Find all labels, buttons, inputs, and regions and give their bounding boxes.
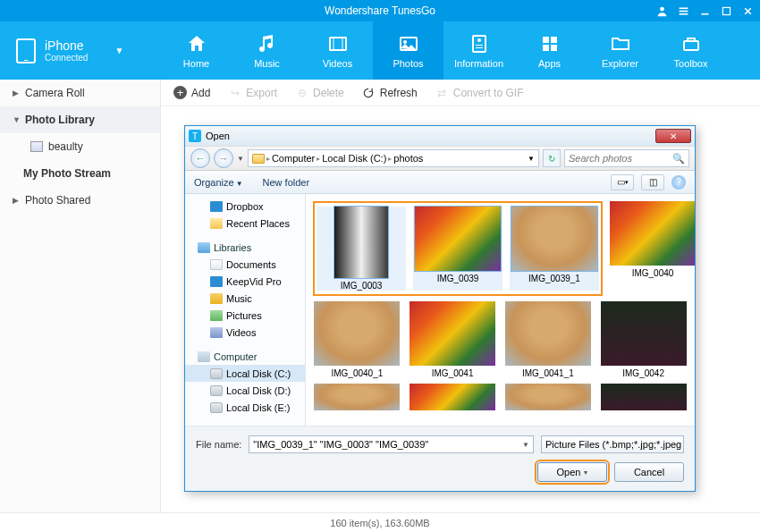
videos-icon: [210, 327, 223, 338]
svg-rect-3: [679, 13, 688, 14]
search-icon: 🔍: [672, 153, 685, 165]
maximize-icon[interactable]: [719, 4, 733, 18]
file-thumb[interactable]: IMG_0041_1: [504, 301, 593, 378]
tree-videos[interactable]: Videos: [185, 324, 305, 341]
nav-explorer[interactable]: Explorer: [585, 21, 655, 80]
file-thumb[interactable]: IMG_0042: [599, 301, 688, 378]
search-box[interactable]: 🔍: [564, 149, 689, 167]
tree-recent[interactable]: Recent Places: [185, 215, 305, 232]
thumb-image: [410, 301, 495, 366]
refresh-button[interactable]: Refresh: [362, 86, 418, 99]
file-thumb[interactable]: IMG_0039: [413, 207, 502, 291]
keepvid-icon: [210, 276, 223, 287]
tree-libraries[interactable]: Libraries: [185, 239, 305, 256]
svg-rect-13: [476, 45, 483, 46]
file-thumb[interactable]: IMG_0041: [409, 301, 497, 378]
svg-rect-16: [551, 37, 557, 43]
tree-drive-c[interactable]: Local Disk (C:): [185, 365, 305, 382]
picture-icon: [30, 141, 43, 152]
user-icon[interactable]: [654, 4, 669, 18]
sidebar-item-camera-roll[interactable]: ▶Camera Roll: [0, 80, 160, 106]
nav-photos[interactable]: Photos: [373, 21, 443, 80]
nav-toolbox[interactable]: Toolbox: [655, 21, 726, 80]
forward-button[interactable]: →: [214, 148, 233, 168]
dialog-close-button[interactable]: ✕: [655, 129, 691, 143]
chevron-down-icon[interactable]: ▼: [237, 155, 244, 163]
breadcrumb[interactable]: ▸ Computer▸ Local Disk (C:)▸ photos ▼: [248, 149, 539, 167]
svg-rect-5: [722, 7, 730, 14]
photo-icon: [397, 32, 420, 55]
organize-button[interactable]: Organize▼: [194, 177, 243, 188]
folder-icon: [252, 154, 265, 164]
thumb-image: [415, 207, 501, 271]
file-thumb[interactable]: IMG_0040_1: [313, 301, 401, 378]
svg-rect-17: [543, 45, 549, 51]
file-type-filter[interactable]: Picture Files (*.bmp;*.jpg;*.jpeg▼: [541, 435, 684, 453]
tree-pictures[interactable]: Pictures: [185, 307, 305, 324]
tree-documents[interactable]: Documents: [185, 256, 305, 273]
chevron-down-icon: ▼: [114, 46, 123, 55]
device-selector[interactable]: iPhone Connected ▼: [0, 21, 161, 80]
dialog-titlebar[interactable]: T Open ✕: [185, 126, 695, 146]
folder-icon: [609, 32, 632, 55]
music-icon: [210, 293, 223, 304]
gif-icon: ⇄: [435, 86, 449, 99]
filename-input[interactable]: "IMG_0039_1" "IMG_0003" "IMG_0039"▼: [249, 435, 534, 453]
nav-music[interactable]: Music: [232, 21, 302, 80]
preview-pane-button[interactable]: ◫: [641, 174, 664, 190]
add-button[interactable]: +Add: [173, 86, 210, 99]
tree-dropbox[interactable]: Dropbox: [185, 198, 305, 215]
thumb-image: [601, 384, 687, 410]
convert-gif-button[interactable]: ⇄Convert to GIF: [435, 86, 524, 99]
dialog-bottom: File name: "IMG_0039_1" "IMG_0003" "IMG_…: [185, 426, 695, 491]
nav-home[interactable]: Home: [161, 21, 232, 80]
main-toolbar: iPhone Connected ▼ Home Music Videos Pho…: [0, 21, 760, 80]
info-icon: [468, 32, 491, 55]
nav-information[interactable]: Information: [443, 21, 514, 80]
file-thumb[interactable]: IMG_0039_1: [510, 207, 599, 291]
delete-button[interactable]: ⊖Delete: [295, 86, 344, 99]
tree-computer[interactable]: Computer: [185, 348, 305, 365]
sidebar-item-photo-shared[interactable]: ▶Photo Shared: [0, 187, 160, 214]
chevron-down-icon[interactable]: ▼: [522, 441, 529, 449]
chevron-down-icon[interactable]: ▼: [528, 155, 535, 163]
tree-drive-d[interactable]: Local Disk (D:): [185, 382, 305, 399]
tree-music[interactable]: Music: [185, 290, 305, 307]
view-mode-button[interactable]: ▭▾: [611, 174, 634, 190]
file-thumb[interactable]: [313, 384, 401, 413]
refresh-button[interactable]: ↻: [543, 149, 561, 167]
cancel-button[interactable]: Cancel: [614, 462, 684, 482]
minimize-icon[interactable]: [697, 4, 712, 18]
nav-videos[interactable]: Videos: [302, 21, 373, 80]
file-thumb[interactable]: IMG_0040: [610, 201, 695, 296]
back-button[interactable]: ←: [190, 148, 210, 168]
file-grid[interactable]: IMG_0003 IMG_0039 IMG_0039_1 IMG_0040 IM…: [306, 194, 695, 426]
svg-rect-6: [330, 38, 346, 50]
svg-point-10: [403, 40, 407, 44]
sidebar-item-beauty[interactable]: beaulty: [0, 133, 160, 160]
close-icon[interactable]: [740, 4, 755, 18]
file-thumb[interactable]: [599, 384, 688, 413]
file-thumb[interactable]: IMG_0003: [317, 207, 406, 291]
tree-drive-e[interactable]: Local Disk (E:): [185, 399, 305, 416]
triangle-icon: ▶: [13, 196, 20, 205]
sidebar-item-photo-library[interactable]: ▼Photo Library: [0, 106, 160, 133]
export-button[interactable]: ↪Export: [228, 86, 277, 99]
file-thumb[interactable]: [504, 384, 593, 413]
new-folder-button[interactable]: New folder: [263, 177, 310, 188]
sidebar-item-my-stream[interactable]: My Photo Stream: [0, 160, 160, 187]
file-thumb[interactable]: [409, 384, 497, 413]
thumb-image: [511, 207, 597, 271]
triangle-icon: ▶: [13, 89, 20, 97]
menu-icon[interactable]: [676, 4, 690, 18]
left-sidebar: ▶Camera Roll ▼Photo Library beaulty My P…: [0, 80, 161, 512]
help-button[interactable]: ?: [671, 175, 686, 190]
svg-rect-18: [551, 45, 557, 51]
tree-keepvid[interactable]: KeepVid Pro: [185, 273, 305, 290]
svg-rect-14: [476, 47, 483, 48]
thumb-image: [505, 301, 591, 366]
search-input[interactable]: [569, 153, 669, 164]
home-icon: [185, 32, 208, 55]
open-button[interactable]: Open▾: [537, 462, 607, 482]
nav-apps[interactable]: Apps: [514, 21, 585, 80]
